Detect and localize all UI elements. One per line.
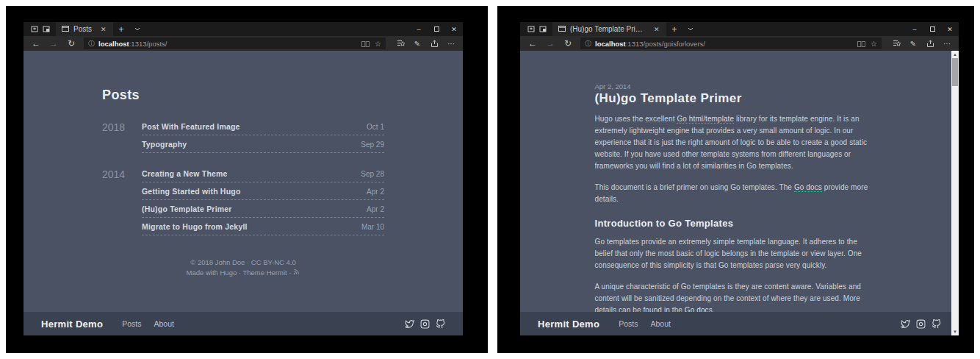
nav-link-about[interactable]: About <box>650 319 670 328</box>
post-list-item[interactable]: Creating a New ThemeSep 28 <box>142 165 384 182</box>
post-date: Sep 28 <box>361 170 384 178</box>
browser-tab[interactable]: (Hu)go Template Primer ✕ <box>552 22 666 36</box>
nav-link-posts[interactable]: Posts <box>122 319 141 328</box>
text-segment: Hugo uses the excellent <box>595 115 677 123</box>
forward-button[interactable]: → <box>542 36 558 51</box>
new-tab-button[interactable]: + <box>666 22 683 36</box>
nav-link-posts[interactable]: Posts <box>619 319 638 328</box>
maximize-button[interactable] <box>428 26 445 33</box>
browser-window-posts: Posts ✕ + – ✕ ← → ↻ ⓘ localhost:1313/pos… <box>24 22 463 335</box>
site-footer: © 2018 John Doe · CC BY-NC 4.0 Made with… <box>102 257 384 278</box>
post-list-item[interactable]: (Hu)go Template PrimerApr 2 <box>142 200 384 218</box>
post-list-item[interactable]: Post With Featured ImageOct 1 <box>142 118 384 135</box>
tab-close-icon[interactable]: ✕ <box>652 26 661 33</box>
inline-link[interactable]: Go docs <box>685 306 713 312</box>
tab-list-chevron-icon[interactable] <box>683 22 698 36</box>
github-icon[interactable] <box>932 319 941 329</box>
url-host: localhost <box>98 40 129 48</box>
inline-link[interactable]: Go html/template <box>677 115 734 124</box>
browser-toolbar: ← → ↻ ⓘ localhost:1313/posts/ ☆ ✎ ··· <box>24 36 463 51</box>
minimize-button[interactable]: – <box>906 26 923 33</box>
scroll-up-icon[interactable]: ▲ <box>951 51 959 58</box>
article-paragraph: This document is a brief primer on using… <box>595 182 877 205</box>
nav-link-about[interactable]: About <box>154 319 173 328</box>
instagram-icon[interactable] <box>420 319 430 329</box>
reading-view-icon[interactable] <box>857 37 865 50</box>
github-icon[interactable] <box>436 319 445 329</box>
address-bar[interactable]: ⓘ localhost:1313/posts/goisforlovers/ ☆ <box>580 38 882 49</box>
minimize-button[interactable]: – <box>410 26 428 33</box>
scroll-down-icon[interactable]: ▼ <box>951 328 959 335</box>
brand-link[interactable]: Hermit Demo <box>41 319 103 330</box>
post-link[interactable]: Creating a New Theme <box>142 169 228 178</box>
site-info-icon[interactable]: ⓘ <box>585 39 591 49</box>
post-list-item[interactable]: Getting Started with HugoApr 2 <box>142 182 384 200</box>
browser-window-article: (Hu)go Template Primer ✕ + – ✕ ← → ↻ ⓘ l… <box>520 22 959 335</box>
vertical-scrollbar[interactable]: ▲ ▼ <box>951 51 959 335</box>
bottom-nav-bar: Hermit Demo Posts About <box>520 312 959 335</box>
new-tab-button[interactable]: + <box>113 22 130 36</box>
web-notes-pen-icon[interactable]: ✎ <box>410 40 425 48</box>
article-title: (Hu)go Template Primer <box>595 91 877 106</box>
post-list-item[interactable]: Migrate to Hugo from JekyllMar 10 <box>142 218 384 235</box>
inline-link[interactable]: Go docs <box>794 183 822 192</box>
add-favorite-star-icon[interactable]: ☆ <box>871 40 877 48</box>
tab-preview-icon[interactable] <box>539 26 547 32</box>
scrollbar-thumb[interactable] <box>952 58 958 86</box>
post-link[interactable]: Post With Featured Image <box>142 122 240 131</box>
hub-favorites-icon[interactable] <box>889 40 904 47</box>
text-segment: Go templates provide an extremely simple… <box>595 238 862 269</box>
tab-title: (Hu)go Template Primer <box>570 25 645 33</box>
refresh-button[interactable]: ↻ <box>560 36 576 51</box>
post-year: 2014 <box>102 165 142 235</box>
footer-credits: Made with Hugo · Theme Hermit · <box>187 268 292 278</box>
text-segment: A unique characteristic of Go templates … <box>595 282 861 312</box>
set-aside-tabs-icon[interactable] <box>31 26 38 32</box>
browser-toolbar: ← → ↻ ⓘ localhost:1313/posts/goisforlove… <box>520 36 959 51</box>
post-list-item[interactable]: TypographySep 29 <box>142 135 384 153</box>
tab-preview-icon[interactable] <box>43 26 50 32</box>
maximize-button[interactable] <box>923 26 941 33</box>
share-icon[interactable] <box>427 40 442 47</box>
set-aside-tabs-icon[interactable] <box>527 26 535 32</box>
more-options-icon[interactable]: ··· <box>940 40 954 48</box>
article-body: Hugo uses the excellent Go html/template… <box>595 113 877 312</box>
address-bar[interactable]: ⓘ localhost:1313/posts/ ☆ <box>84 38 386 49</box>
post-link[interactable]: (Hu)go Template Primer <box>142 205 232 213</box>
text-segment: This document is a brief primer on using… <box>595 183 794 191</box>
close-window-button[interactable]: ✕ <box>445 26 463 33</box>
rss-icon[interactable] <box>293 268 300 278</box>
reading-view-icon[interactable] <box>361 37 370 50</box>
article-paragraph: A unique characteristic of Go templates … <box>595 281 877 312</box>
post-link[interactable]: Migrate to Hugo from Jekyll <box>142 222 248 231</box>
tab-title: Posts <box>73 25 92 33</box>
tab-close-icon[interactable]: ✕ <box>99 26 108 33</box>
forward-button[interactable]: → <box>46 36 62 51</box>
text-segment: . <box>713 306 715 312</box>
post-groups: 2018Post With Featured ImageOct 1Typogra… <box>102 118 384 235</box>
site-info-icon[interactable]: ⓘ <box>88 39 95 49</box>
brand-link[interactable]: Hermit Demo <box>538 319 599 330</box>
back-button[interactable]: ← <box>28 36 44 51</box>
post-date: Mar 10 <box>361 223 384 231</box>
back-button[interactable]: ← <box>525 36 541 51</box>
add-favorite-star-icon[interactable]: ☆ <box>375 40 381 48</box>
browser-tab[interactable]: Posts ✕ <box>56 22 113 36</box>
refresh-button[interactable]: ↻ <box>63 36 79 51</box>
share-icon[interactable] <box>923 40 937 47</box>
twitter-icon[interactable] <box>901 319 910 329</box>
twitter-icon[interactable] <box>405 319 414 329</box>
post-year-group: 2014Creating a New ThemeSep 28Getting St… <box>102 165 384 235</box>
post-date: Apr 2 <box>367 188 384 196</box>
article-paragraph: Go templates provide an extremely simple… <box>595 236 877 271</box>
instagram-icon[interactable] <box>916 319 926 329</box>
section-heading: Introduction to Go Templates <box>595 218 877 229</box>
article-date: Apr 2, 2014 <box>595 82 877 90</box>
tab-list-chevron-icon[interactable] <box>130 22 145 36</box>
post-link[interactable]: Getting Started with Hugo <box>142 187 241 196</box>
post-link[interactable]: Typography <box>142 140 187 149</box>
web-notes-pen-icon[interactable]: ✎ <box>906 40 920 48</box>
more-options-icon[interactable]: ··· <box>444 40 458 48</box>
close-window-button[interactable]: ✕ <box>941 26 959 33</box>
hub-favorites-icon[interactable] <box>393 40 408 47</box>
